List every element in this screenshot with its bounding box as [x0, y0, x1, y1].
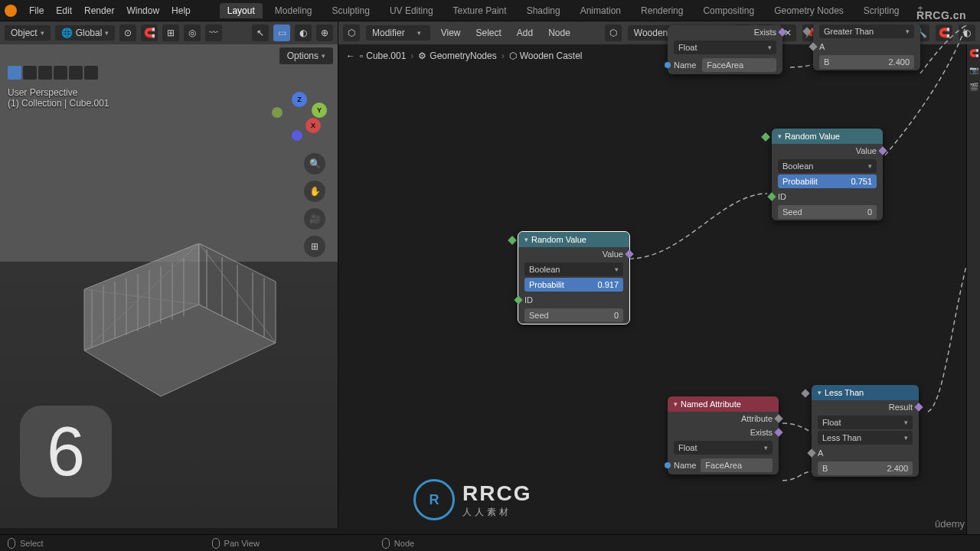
tab-scripting[interactable]: Scripting — [856, 3, 907, 18]
gt-b-field[interactable]: B2.400 — [819, 55, 914, 69]
watermark-logo-icon: R — [413, 479, 455, 520]
tab-modeling[interactable]: Modeling — [267, 3, 320, 18]
neg-z-icon[interactable] — [292, 130, 302, 141]
prop-edit-icon[interactable]: ◎ — [184, 24, 201, 41]
modifier-label: Modifier — [372, 28, 405, 38]
tab-compositing[interactable]: Compositing — [695, 3, 762, 18]
overlay-icon[interactable]: ⊕ — [316, 24, 333, 41]
type-select[interactable]: Float▾ — [674, 41, 776, 54]
tab-rendering[interactable]: Rendering — [633, 3, 691, 18]
tab-animation[interactable]: Animation — [573, 3, 629, 18]
mode-dropdown[interactable]: Object▾ — [5, 25, 51, 41]
menu-edit[interactable]: Edit — [50, 5, 78, 16]
orbit-gizmo[interactable]: Z Y X — [276, 92, 322, 138]
watermark-bottom: ûdemy — [935, 518, 965, 530]
node-menu-add[interactable]: Add — [512, 28, 537, 38]
lt-result-out: Result — [812, 400, 919, 414]
pivot-icon[interactable]: ⊙ — [119, 24, 136, 41]
overlay-node-icon[interactable]: ◐ — [959, 24, 975, 41]
lasso-select-icon[interactable] — [54, 66, 67, 80]
menu-help[interactable]: Help — [165, 5, 197, 16]
overlay-number: 6 — [20, 406, 112, 497]
tab-texture[interactable]: Texture Paint — [446, 3, 514, 18]
box-select-icon[interactable] — [23, 66, 37, 80]
magnet-icon[interactable]: 🧲 — [967, 44, 980, 61]
camera-panel-icon[interactable]: 📷 — [967, 61, 980, 78]
rv1-type[interactable]: Boolean▾ — [778, 159, 877, 173]
select-tool-icon[interactable]: ▭ — [273, 24, 290, 41]
node-editor-type-icon[interactable]: ⬡ — [343, 24, 360, 41]
exists-output: Exists — [668, 25, 782, 39]
gt-select[interactable]: Greater Than▾ — [819, 24, 914, 38]
rv1-prob[interactable]: Probabilit0.751 — [778, 174, 877, 188]
node-editor[interactable]: ⬡ Modifier▾ View Select Add Node ⬡ Woode… — [338, 21, 980, 528]
extra-select-icon[interactable] — [84, 66, 98, 80]
neg-y-icon[interactable] — [272, 107, 283, 118]
node-named-attribute-top[interactable]: Exists Float▾ Name FaceArea — [668, 25, 782, 74]
menu-window[interactable]: Window — [120, 5, 165, 16]
orientation-dropdown[interactable]: 🌐Global▾ — [55, 25, 116, 41]
rv1-seed[interactable]: Seed0 — [778, 205, 877, 219]
snap-node-icon[interactable]: 🧲 — [936, 24, 952, 41]
node-named-attribute-bottom[interactable]: ▾Named Attribute Attribute Exists Float▾… — [668, 396, 779, 474]
snap-mode-icon[interactable]: ⊞ — [162, 24, 179, 41]
viewport-3d[interactable]: Object▾ 🌐Global▾ ⊙ 🧲 ⊞ ◎ 〰 ↖ ▭ ◐ ⊕ — [0, 21, 338, 528]
node-greater-than[interactable]: Greater Than▾ A B2.400 — [813, 23, 920, 70]
na2-attr-out: Attribute — [668, 412, 779, 425]
name-field[interactable]: FaceArea — [702, 58, 776, 72]
node-random-value-1[interactable]: ▾Random Value Value Boolean▾ Probabilit0… — [772, 129, 883, 220]
rv2-title[interactable]: ▾Random Value — [518, 232, 629, 247]
na2-title[interactable]: ▾Named Attribute — [668, 396, 779, 412]
pan-icon[interactable]: ✋ — [304, 181, 325, 202]
rv2-prob[interactable]: Probabilit0.917 — [524, 278, 623, 292]
bc-modifier[interactable]: ⚙ GeometryNodes — [418, 51, 496, 61]
status-pan: Pan View — [212, 538, 260, 549]
lt-title[interactable]: ▾Less Than — [812, 385, 919, 400]
node-less-than[interactable]: ▾Less Than Result Float▾ Less Than▾ A B2… — [812, 385, 919, 477]
options-button[interactable]: Options▾ — [279, 47, 333, 64]
shading-icon[interactable]: ◐ — [295, 24, 312, 41]
tweak-select-icon[interactable] — [69, 66, 83, 80]
circle-select-icon[interactable] — [38, 66, 52, 80]
zoom-icon[interactable]: 🔍 — [304, 153, 325, 174]
lt-type[interactable]: Float▾ — [818, 416, 913, 429]
rv1-title[interactable]: ▾Random Value — [772, 129, 883, 144]
curve-icon[interactable]: 〰 — [205, 24, 222, 41]
cursor-icon[interactable] — [8, 66, 21, 80]
rv2-seed[interactable]: Seed0 — [524, 308, 623, 322]
node-menu-view[interactable]: View — [436, 28, 466, 38]
z-axis-icon[interactable]: Z — [292, 92, 307, 107]
menu-render[interactable]: Render — [78, 5, 120, 16]
lt-b-field[interactable]: B2.400 — [818, 461, 913, 475]
node-menu-select[interactable]: Select — [471, 28, 505, 38]
node-random-value-2[interactable]: ▾Random Value Value Boolean▾ Probabilit0… — [518, 232, 629, 324]
node-menu-node[interactable]: Node — [544, 28, 575, 38]
tab-layout[interactable]: Layout — [220, 3, 263, 18]
tab-shading[interactable]: Shading — [519, 3, 568, 18]
bc-object[interactable]: ▫ Cube.001 — [360, 51, 406, 61]
snap-icon[interactable]: 🧲 — [141, 24, 158, 41]
viewport-side-tools: 🔍 ✋ 🎥 ⊞ — [304, 153, 325, 257]
menu-file[interactable]: File — [23, 5, 50, 16]
persp-icon[interactable]: ⊞ — [304, 236, 325, 257]
viewport-header: Object▾ 🌐Global▾ ⊙ 🧲 ⊞ ◎ 〰 ↖ ▭ ◐ ⊕ — [0, 21, 338, 44]
modifier-dropdown[interactable]: Modifier▾ — [366, 25, 430, 41]
rv2-type[interactable]: Boolean▾ — [524, 262, 623, 276]
camera-icon[interactable]: 🎥 — [304, 208, 325, 230]
tab-geonodes[interactable]: Geometry Nodes — [766, 3, 851, 18]
main-area: Object▾ 🌐Global▾ ⊙ 🧲 ⊞ ◎ 〰 ↖ ▭ ◐ ⊕ — [0, 21, 980, 528]
tab-uv[interactable]: UV Editing — [382, 3, 441, 18]
na2-name-field[interactable]: FaceArea — [701, 458, 773, 472]
cursor-tool-icon[interactable]: ↖ — [252, 24, 269, 41]
tab-sculpting[interactable]: Sculpting — [325, 3, 377, 18]
lt-op[interactable]: Less Than▾ — [818, 431, 913, 445]
top-menu-bar: File Edit Render Window Help Layout Mode… — [0, 0, 980, 21]
y-axis-icon[interactable]: Y — [312, 103, 327, 118]
scene-panel-icon[interactable]: 🎬 — [967, 78, 980, 95]
x-axis-icon[interactable]: X — [305, 118, 321, 133]
na2-type[interactable]: Float▾ — [674, 441, 773, 455]
orient-label: Global — [76, 28, 103, 38]
back-icon[interactable]: ← — [346, 51, 355, 61]
bc-tree[interactable]: ⬡ Wooden Castel — [509, 51, 583, 61]
tree-type-icon[interactable]: ⬡ — [605, 24, 622, 41]
